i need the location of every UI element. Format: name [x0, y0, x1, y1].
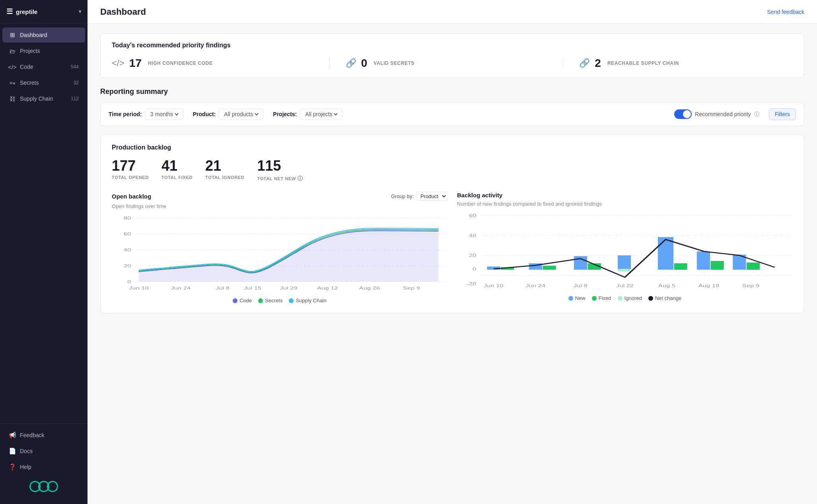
svg-text:Jul 8: Jul 8	[216, 286, 230, 291]
stat-opened-number: 177	[112, 158, 149, 174]
charts-row: Open backlog Group by: Product Open find…	[112, 192, 793, 304]
sidebar-item-docs[interactable]: 📄 Docs	[2, 444, 85, 459]
legend-item-secrets: Secrets	[258, 298, 282, 304]
svg-text:Jun 10: Jun 10	[129, 286, 149, 291]
info-icon[interactable]: ⓘ	[754, 111, 759, 118]
legend-item-code: Code	[233, 298, 252, 304]
sidebar: ☰ greptile ▾ ⊞ Dashboard 🗁 Projects </> …	[0, 0, 88, 504]
legend-secrets-label: Secrets	[265, 298, 282, 304]
svg-text:Jun 10: Jun 10	[484, 283, 504, 288]
time-period-dropdown[interactable]: 3 months 1 month 6 months	[149, 111, 180, 118]
svg-rect-35	[658, 237, 673, 270]
legend-supply-chain-label: Supply Chain	[296, 298, 326, 304]
svg-text:0: 0	[127, 279, 131, 284]
code-metric-icon: </>	[112, 58, 124, 68]
projects-select[interactable]: All projects	[300, 109, 342, 120]
chevron-down-icon[interactable]: ▾	[79, 9, 81, 14]
sidebar-item-dashboard[interactable]: ⊞ Dashboard	[2, 27, 85, 43]
page-title: Dashboard	[100, 7, 146, 17]
sidebar-item-label: Code	[20, 64, 33, 70]
svg-text:80: 80	[124, 216, 131, 221]
backlog-activity-legend: New Fixed Ignored Net change	[457, 295, 793, 301]
secrets-metric-number: 0	[361, 57, 368, 70]
metric-code[interactable]: </> 17 HIGH CONFIDENCE CODE	[112, 57, 325, 70]
svg-text:20: 20	[469, 253, 477, 258]
backlog-activity-header: Backlog activity	[457, 192, 793, 198]
product-dropdown[interactable]: All products	[222, 111, 260, 118]
legend-code-label: Code	[239, 298, 252, 304]
svg-text:20: 20	[124, 263, 131, 269]
svg-text:40: 40	[124, 247, 131, 253]
send-feedback-button[interactable]: Send feedback	[767, 9, 804, 15]
legend-item-fixed: Fixed	[592, 295, 611, 301]
legend-ignored-label: Ignored	[624, 295, 642, 301]
product-filter: Product: All products	[193, 109, 264, 120]
sidebar-item-label: Supply Chain	[20, 95, 53, 102]
stat-fixed-number: 41	[161, 158, 193, 174]
backlog-activity-subtitle: Number of new findings compared to fixed…	[457, 201, 793, 207]
svg-rect-34	[618, 269, 631, 271]
sidebar-item-secrets[interactable]: 🗝 Secrets 32	[2, 75, 85, 90]
sidebar-logo	[0, 475, 88, 498]
sidebar-item-help[interactable]: ❓ Help	[2, 459, 85, 475]
svg-text:Jul 15: Jul 15	[244, 286, 261, 291]
projects-dropdown[interactable]: All projects	[303, 111, 339, 118]
recommended-priority-toggle[interactable]	[674, 109, 692, 119]
hamburger-icon[interactable]: ☰	[6, 7, 13, 16]
stat-fixed-label: TOTAL FIXED	[161, 175, 193, 180]
sidebar-item-projects[interactable]: 🗁 Projects	[2, 43, 85, 58]
stat-total-net-new: 115 TOTAL NET NEW ⓘ	[257, 158, 303, 182]
priority-card: Today's recommended priority findings </…	[100, 33, 804, 78]
sidebar-item-supply-chain[interactable]: ⛓ Supply Chain 112	[2, 91, 85, 106]
folder-icon: 🗁	[9, 47, 16, 54]
group-by-select[interactable]: Product	[416, 192, 447, 201]
sidebar-header[interactable]: ☰ greptile ▾	[0, 0, 88, 23]
supply-chain-metric-label: REACHABLE SUPPLY CHAIN	[607, 60, 679, 66]
recommended-priority-toggle-container: Recommended priority ⓘ	[674, 109, 759, 119]
stat-total-ignored: 21 TOTAL IGNORED	[205, 158, 244, 182]
net-new-info-icon[interactable]: ⓘ	[298, 175, 303, 181]
metric-secrets[interactable]: 🔗 0 VALID SECRETS	[329, 57, 559, 70]
sidebar-item-feedback[interactable]: 📢 Feedback	[2, 428, 85, 443]
svg-rect-38	[711, 261, 724, 270]
time-period-label: Time period:	[109, 111, 142, 117]
filters-button[interactable]: Filters	[769, 108, 796, 120]
sidebar-bottom: 📢 Feedback 📄 Docs ❓ Help	[0, 423, 88, 504]
time-period-select[interactable]: 3 months 1 month 6 months	[145, 109, 183, 120]
open-backlog-subtitle: Open findings over time	[112, 203, 447, 209]
svg-text:Aug 5: Aug 5	[658, 283, 675, 288]
open-backlog-header: Open backlog Group by: Product	[112, 192, 447, 201]
svg-text:Aug 26: Aug 26	[359, 286, 380, 291]
legend-new-label: New	[575, 295, 586, 301]
svg-text:Aug 19: Aug 19	[698, 283, 720, 288]
secrets-metric-icon: 🔗	[346, 58, 356, 68]
stat-ignored-number: 21	[205, 158, 244, 174]
projects-label: Projects:	[273, 111, 297, 117]
open-backlog-chart: 80 60 40 20 0	[112, 214, 447, 294]
svg-text:Aug 12: Aug 12	[317, 286, 338, 291]
svg-text:Jul 8: Jul 8	[574, 283, 587, 288]
svg-text:Jul 29: Jul 29	[280, 286, 298, 291]
sidebar-item-code[interactable]: </> Code 544	[2, 59, 85, 74]
svg-text:40: 40	[469, 233, 477, 238]
toggle-label: Recommended priority	[695, 111, 751, 117]
svg-text:Jul 22: Jul 22	[616, 283, 634, 288]
svg-text:Sep 9: Sep 9	[403, 286, 420, 291]
legend-item-supply-chain: Supply Chain	[289, 298, 326, 304]
sidebar-item-label: Projects	[20, 48, 40, 54]
svg-rect-37	[697, 251, 710, 270]
reporting-summary-title: Reporting summary	[100, 88, 804, 96]
legend-item-ignored: Ignored	[618, 295, 642, 301]
supply-chain-metric-number: 2	[595, 57, 601, 70]
logo-circle-3	[47, 481, 58, 492]
group-by-control: Group by: Product	[391, 192, 447, 201]
group-by-label: Group by:	[391, 193, 414, 199]
supply-chain-metric-icon: 🔗	[579, 58, 590, 68]
secrets-badge: 32	[74, 80, 79, 86]
product-select[interactable]: All products	[219, 109, 263, 120]
production-backlog-card: Production backlog 177 TOTAL OPENED 41 T…	[100, 134, 804, 313]
svg-rect-30	[543, 266, 556, 270]
metric-supply-chain[interactable]: 🔗 2 REACHABLE SUPPLY CHAIN	[563, 57, 793, 70]
backlog-activity-title: Backlog activity	[457, 192, 502, 198]
link-icon: ⛓	[9, 95, 16, 102]
